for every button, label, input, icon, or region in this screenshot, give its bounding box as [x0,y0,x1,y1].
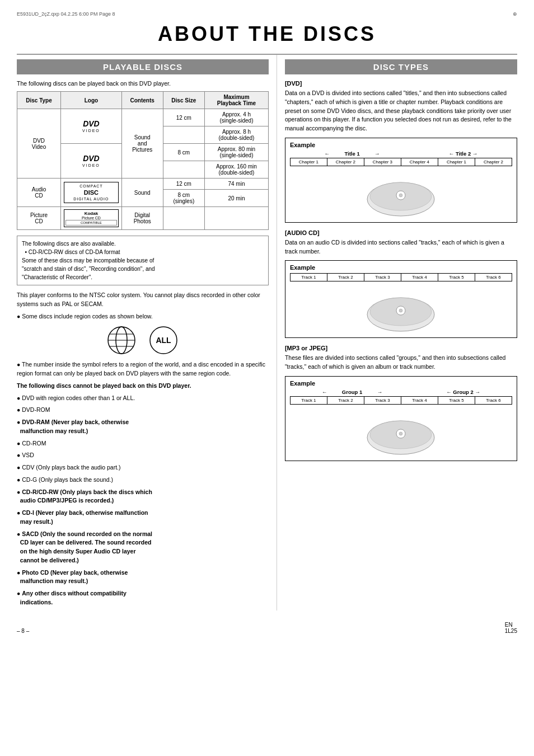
region-note: ● Some discs include region codes as sho… [17,312,269,321]
col-contents: Contents [121,92,163,109]
audio-cd-example-box: Example Track 1 Track 2 Track 3 Track 4 … [285,260,517,338]
svg-point-18 [399,432,402,435]
region-icons: ALL [17,325,269,356]
contents-cd: Sound [121,179,163,207]
svg-point-10 [399,194,402,197]
track-cell: Track 6 [475,273,512,281]
playable-discs-intro: The following discs can be played back o… [17,80,269,87]
dvd-title1-label: ← Title 1 → [324,151,380,157]
playable-discs-section: PLAYABLE DISCS The following discs can b… [17,55,277,611]
logo-cd: COMPACT DISC DIGITAL AUDIO [61,179,122,207]
size-empty-dvd1 [163,126,205,144]
audio-cd-disc-diagram [364,284,437,334]
chapter-cell: Chapter 2 [475,158,512,166]
col-disc-type: Disc Type [17,92,61,109]
col-max-time: MaximumPlayback Time [205,92,269,109]
svg-point-14 [399,309,402,312]
dvd-title2-label: ← Title 2 → [449,151,478,157]
chapter-cell: Chapter 2 [327,158,364,166]
ntsc-text: This player conforms to the NTSC color s… [17,291,269,309]
mp3-track-cell: Track 3 [364,396,401,405]
chapter-cell: Chapter 1 [290,158,327,166]
all-region-icon: ALL [148,325,179,356]
track-cell: Track 1 [290,273,327,281]
table-row: AudioCD COMPACT DISC DIGITAL AUDIO Sound… [17,179,269,190]
time-pic [205,207,269,230]
dvd-example-box: Example ← Title 1 → ← Title 2 → Chapter … [285,138,517,223]
col-disc-size: Disc Size [163,92,205,109]
size-pic [163,207,205,230]
mp3-track-cell: Track 4 [401,396,438,405]
size-12cm-cd: 12 cm [163,179,205,190]
mp3-group1-label: ← Group 1 → [322,389,382,395]
mp3-group2-label: ← Group 2 → [446,389,480,395]
time-160min: Approx. 160 min(double-sided) [205,161,269,179]
disc-table: Disc Type Logo Contents Disc Size Maximu… [17,91,269,230]
mp3-track-cell: Track 1 [290,396,327,405]
time-4h: Approx. 4 h(single-sided) [205,109,269,126]
disc-type-pic: PictureCD [17,207,61,230]
dvd-heading: [DVD] [285,80,517,87]
globe-icon [106,325,137,356]
logo-dvd2: DVD VIDEO [61,144,122,179]
dvd-example-label: Example [290,142,512,148]
time-80min: Approx. 80 min(single-sided) [205,144,269,161]
chapter-cell: Chapter 4 [401,158,438,166]
size-8cm-dvd: 8 cm [163,144,205,161]
disc-type-dvd: DVDVideo [17,109,61,179]
mp3-track-cell: Track 2 [327,396,364,405]
mp3-track-cell: Track 6 [475,396,512,405]
contents-dvd: SoundandPictures [121,109,163,179]
note-box: The following discs are also available. … [17,236,269,285]
size-12cm-dvd: 12 cm [163,109,205,126]
disc-types-section: DISC TYPES [DVD] Data on a DVD is divide… [277,55,517,611]
region-detail-text: ● The number inside the symbol refers to… [17,360,269,378]
footer-lang: EN1L25 [505,622,517,634]
contents-pic: DigitalPhotos [121,207,163,230]
footer-page-num: – 8 – [17,628,29,634]
mp3-heading: [MP3 or JPEG] [285,345,517,351]
track-cell: Track 2 [327,273,364,281]
mp3-track-cell: Track 5 [438,396,475,405]
dvd-text: Data on a DVD is divided into sections c… [285,89,517,133]
disc-types-header: DISC TYPES [285,59,517,74]
track-cell: Track 4 [401,273,438,281]
main-title: ABOUT THE DISCS [17,22,517,46]
size-empty-dvd2 [163,161,205,179]
audio-cd-text: Data on an audio CD is divided into sect… [285,238,517,256]
time-8h: Approx. 8 h(double-sided) [205,126,269,144]
track-cell: Track 3 [364,273,401,281]
col-logo: Logo [61,92,122,109]
logo-kodak: Kodak Picture CD COMPATIBLE [61,207,122,230]
page-header: E5931UD_2çZ.qxp 04.2.25 6:00 PM Page 8 ⊕ [17,11,517,17]
mp3-disc-diagram [364,407,437,457]
playable-discs-header: PLAYABLE DISCS [17,59,269,74]
mp3-example-box: Example ← Group 1 → ← Group 2 → Track 1 … [285,376,517,461]
svg-text:ALL: ALL [156,336,171,345]
disc-type-cd: AudioCD [17,179,61,207]
cannot-play-list: ● DVD with region codes other than 1 or … [17,394,269,607]
chapter-cell: Chapter 1 [438,158,475,166]
mp3-text: These files are divided into sections ca… [285,354,517,372]
table-row: DVDVideo DVD VIDEO SoundandPictures 12 c… [17,109,269,126]
mp3-example-label: Example [290,380,512,387]
chapter-cell: Chapter 3 [364,158,401,166]
logo-dvd: DVD VIDEO [61,109,122,144]
cannot-play-header: The following discs cannot be played bac… [17,382,269,391]
audio-cd-heading: [AUDIO CD] [285,229,517,236]
audio-cd-example-label: Example [290,264,512,271]
dvd-disc-diagram [364,168,437,219]
size-8cm-cd: 8 cm(singles) [163,190,205,207]
time-74min: 74 min [205,179,269,190]
time-20min: 20 min [205,190,269,207]
page-footer: – 8 – EN1L25 [17,622,517,634]
track-cell: Track 5 [438,273,475,281]
table-row: PictureCD Kodak Picture CD COMPATIBLE Di… [17,207,269,230]
